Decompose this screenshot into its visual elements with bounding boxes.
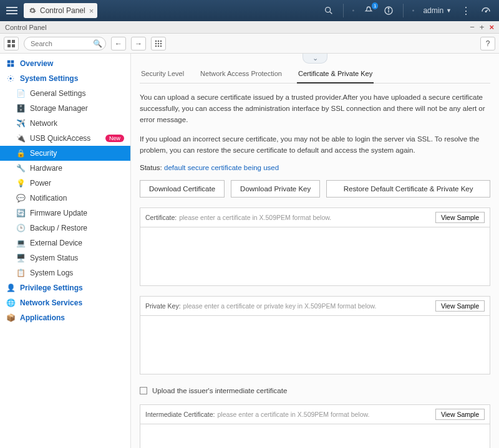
sidebar-item-usb-quickaccess[interactable]: 🔌USB QuickAccessNew xyxy=(0,131,130,146)
sidebar-item-general-settings[interactable]: 📄General Settings xyxy=(0,86,130,101)
window-title: Control Panel xyxy=(5,24,47,31)
sidebar-group-applications[interactable]: 📦Applications xyxy=(0,310,130,325)
intermediate-view-sample-button[interactable]: View Sample xyxy=(435,409,485,420)
content-pane: ⌄ Security Level Network Access Protecti… xyxy=(131,54,499,448)
sidebar-label: System Logs xyxy=(30,269,73,277)
forward-button[interactable]: → xyxy=(131,37,146,50)
status-label: Status: xyxy=(140,164,162,171)
intro-paragraph-2: If you upload an incorrect secure certif… xyxy=(140,134,490,156)
download-certificate-button[interactable]: Download Certificate xyxy=(140,180,225,198)
svg-point-11 xyxy=(485,11,487,12)
download-private-key-button[interactable]: Download Private Key xyxy=(231,180,320,198)
apps-icon: 📦 xyxy=(6,313,15,322)
user-menu[interactable]: admin▼ xyxy=(423,6,452,15)
minimize-icon[interactable]: − xyxy=(470,22,475,32)
svg-point-23 xyxy=(158,45,160,47)
notifications-icon[interactable]: 1 xyxy=(363,5,374,16)
menu-icon[interactable] xyxy=(4,2,20,19)
user-icon[interactable] xyxy=(403,4,414,17)
sidebar-group-network-services[interactable]: 🌐Network Services xyxy=(0,295,130,310)
gear-icon xyxy=(29,7,36,14)
svg-rect-15 xyxy=(12,44,15,47)
sidebar-label: Power xyxy=(30,179,51,188)
sidebar-item-external-device[interactable]: 💻External Device xyxy=(0,236,130,250)
view-grid-button[interactable] xyxy=(4,37,19,50)
svg-point-18 xyxy=(160,40,162,42)
notification-badge: 1 xyxy=(372,2,378,9)
overview-icon xyxy=(6,59,15,68)
chevron-down-icon: ▼ xyxy=(446,7,452,14)
intermediate-textarea[interactable] xyxy=(140,424,490,448)
dashboard-icon[interactable] xyxy=(480,5,492,16)
svg-point-0 xyxy=(326,7,331,12)
tab-security-level[interactable]: Security Level xyxy=(140,66,185,83)
tab-certificate-private-key[interactable]: Certificate & Private Key xyxy=(297,66,374,83)
search-icon[interactable] xyxy=(323,5,334,16)
sidebar-label: Notification xyxy=(30,194,67,203)
sidebar-label: Storage Manager xyxy=(30,104,88,113)
content-tabs: Security Level Network Access Protection… xyxy=(140,66,490,83)
restore-default-button[interactable]: Restore Default Certificate & Private Ke… xyxy=(326,180,490,198)
sidebar-item-hardware[interactable]: 🔧Hardware xyxy=(0,161,130,176)
private-key-textarea[interactable] xyxy=(140,315,490,374)
svg-point-19 xyxy=(155,42,157,44)
certificate-view-sample-button[interactable]: View Sample xyxy=(435,212,485,223)
usb-icon: 🔌 xyxy=(16,134,25,143)
svg-rect-27 xyxy=(7,64,11,67)
svg-point-16 xyxy=(155,40,157,42)
sidebar: Overview System Settings 📄General Settin… xyxy=(0,54,131,448)
main-area: Overview System Settings 📄General Settin… xyxy=(0,54,499,448)
info-icon[interactable] xyxy=(383,5,394,16)
storage-icon: 🗄️ xyxy=(16,104,25,113)
sidebar-item-storage-manager[interactable]: 🗄️Storage Manager xyxy=(0,101,130,116)
sidebar-label: Backup / Restore xyxy=(30,224,87,232)
help-button[interactable]: ? xyxy=(480,37,495,50)
sidebar-group-system-settings[interactable]: System Settings xyxy=(0,71,130,86)
svg-rect-13 xyxy=(12,40,15,43)
svg-point-22 xyxy=(155,45,157,47)
svg-point-7 xyxy=(389,8,389,9)
topbar: Control Panel × 1 admin▼ ⋮ xyxy=(0,0,499,21)
bell-icon: 💬 xyxy=(16,194,25,203)
sidebar-item-backup-restore[interactable]: 🕒Backup / Restore xyxy=(0,221,130,236)
sidebar-item-firmware-update[interactable]: 🔄Firmware Update xyxy=(0,206,130,221)
sidebar-item-power[interactable]: 💡Power xyxy=(0,176,130,191)
svg-rect-14 xyxy=(7,44,11,47)
update-icon: 🔄 xyxy=(16,209,25,217)
status-line: Status: default secure certificate being… xyxy=(140,164,490,171)
svg-point-24 xyxy=(160,45,162,47)
search-input[interactable] xyxy=(24,37,106,50)
app-tab-control-panel[interactable]: Control Panel × xyxy=(24,3,97,18)
private-key-view-sample-button[interactable]: View Sample xyxy=(435,300,485,312)
sidebar-group-overview[interactable]: Overview xyxy=(0,56,130,71)
status-value: default secure certificate being used xyxy=(164,164,279,171)
private-key-box: Private Key: please enter a certificate … xyxy=(140,296,490,374)
certificate-label: Certificate: xyxy=(145,214,177,221)
sidebar-label: Privilege Settings xyxy=(20,284,83,292)
sidebar-label: System Status xyxy=(30,254,78,262)
apps-button[interactable] xyxy=(151,37,166,50)
tasks-icon[interactable] xyxy=(343,4,354,17)
sidebar-label: Network xyxy=(30,119,57,128)
intro-paragraph-1: You can upload a secure certificate issu… xyxy=(140,92,490,125)
sidebar-label: Firmware Update xyxy=(30,209,87,217)
sidebar-group-privilege-settings[interactable]: 👤Privilege Settings xyxy=(0,280,130,295)
sidebar-item-system-logs[interactable]: 📋System Logs xyxy=(0,265,130,280)
intermediate-checkbox[interactable] xyxy=(140,387,147,394)
certificate-textarea[interactable] xyxy=(140,227,490,286)
svg-point-17 xyxy=(158,40,160,42)
sidebar-item-system-status[interactable]: 🖥️System Status xyxy=(0,250,130,265)
tab-network-access-protection[interactable]: Network Access Protection xyxy=(199,66,283,83)
sidebar-item-notification[interactable]: 💬Notification xyxy=(0,191,130,206)
more-icon[interactable]: ⋮ xyxy=(460,5,472,16)
maximize-icon[interactable]: + xyxy=(480,22,485,32)
sidebar-item-security[interactable]: 🔒Security xyxy=(0,146,130,161)
back-button[interactable]: ← xyxy=(111,37,126,50)
sidebar-item-network[interactable]: ✈️Network xyxy=(0,116,130,131)
collapse-nub[interactable]: ⌄ xyxy=(303,54,327,64)
svg-point-20 xyxy=(158,42,160,44)
close-icon[interactable]: × xyxy=(489,22,494,32)
close-tab-icon[interactable]: × xyxy=(89,6,94,16)
chip-icon: 🔧 xyxy=(16,164,25,173)
search-field: 🔍 xyxy=(24,37,106,50)
